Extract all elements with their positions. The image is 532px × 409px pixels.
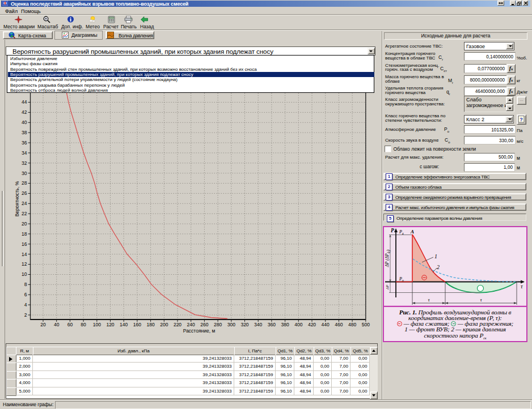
- svg-text:400: 400: [294, 322, 302, 327]
- svg-text:18: 18: [22, 231, 27, 237]
- svg-text:42: 42: [22, 109, 27, 115]
- svg-text:1: 1: [434, 253, 437, 259]
- svg-text:40: 40: [22, 120, 27, 125]
- svg-text:200: 200: [160, 322, 168, 327]
- svg-text:36: 36: [22, 140, 27, 146]
- svg-text:120: 120: [106, 322, 114, 327]
- svg-text:100: 100: [93, 322, 101, 327]
- svg-text:6: 6: [24, 292, 27, 297]
- svg-text:300: 300: [227, 322, 235, 327]
- svg-text:Расстояние, м: Расстояние, м: [183, 328, 216, 334]
- svg-text:26: 26: [22, 190, 27, 196]
- svg-text:80: 80: [81, 322, 86, 327]
- svg-text:4: 4: [24, 302, 27, 308]
- svg-text:32: 32: [22, 160, 27, 166]
- svg-text:340: 340: [254, 322, 262, 327]
- svg-text:28: 28: [22, 180, 27, 186]
- svg-text:2: 2: [24, 312, 27, 318]
- svg-text:22: 22: [22, 211, 27, 216]
- svg-text:180: 180: [147, 322, 155, 327]
- svg-text:A: A: [410, 229, 414, 235]
- svg-text:500: 500: [362, 322, 370, 327]
- svg-text:24: 24: [22, 201, 27, 206]
- svg-text:380: 380: [281, 322, 289, 327]
- svg-text:12: 12: [22, 261, 27, 267]
- svg-text:360: 360: [268, 322, 276, 327]
- svg-text:?: ?: [520, 117, 523, 122]
- svg-text:8: 8: [24, 282, 27, 287]
- svg-text:140: 140: [120, 322, 128, 327]
- svg-text:τ: τ: [521, 283, 523, 289]
- svg-text:14: 14: [22, 252, 27, 257]
- svg-text:20: 20: [40, 322, 46, 327]
- svg-text:280: 280: [214, 322, 222, 327]
- svg-text:420: 420: [308, 322, 316, 327]
- svg-text:320: 320: [240, 322, 248, 327]
- svg-text:480: 480: [348, 322, 356, 327]
- svg-text:460: 460: [335, 322, 343, 327]
- svg-text:260: 260: [200, 322, 208, 327]
- svg-text:38: 38: [22, 130, 27, 135]
- svg-text:60: 60: [67, 322, 73, 327]
- svg-text:16: 16: [22, 241, 27, 247]
- svg-text:440: 440: [322, 322, 330, 327]
- svg-text:44: 44: [22, 99, 27, 105]
- svg-text:10: 10: [22, 271, 27, 277]
- svg-text:34: 34: [22, 150, 27, 156]
- svg-text:2: 2: [437, 264, 440, 270]
- svg-text:P: P: [391, 228, 394, 233]
- svg-text:160: 160: [133, 322, 141, 327]
- svg-text:20: 20: [22, 221, 27, 227]
- svg-text:30: 30: [22, 171, 27, 176]
- svg-text:Вероятность, %: Вероятность, %: [14, 181, 20, 216]
- svg-text:ΔP: ΔP: [385, 284, 390, 290]
- svg-text:240: 240: [187, 322, 195, 327]
- svg-text:40: 40: [54, 322, 60, 327]
- svg-text:220: 220: [174, 322, 181, 327]
